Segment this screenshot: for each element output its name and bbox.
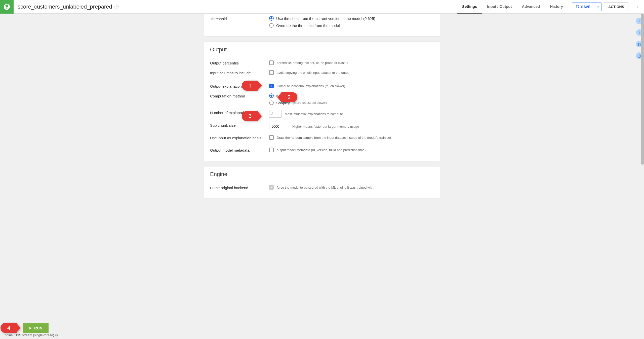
use-input-basis-help: Draw the random sample from the input da… <box>277 136 391 140</box>
computation-ice-radio[interactable]: ICE <box>269 93 283 98</box>
refresh-icon[interactable]: ↻ <box>114 5 119 9</box>
scrollbar[interactable] <box>641 14 644 165</box>
engine-title: Engine <box>210 171 434 178</box>
output-percentile-checkbox[interactable] <box>269 60 274 65</box>
sub-chunk-label: Sub chunk size <box>210 123 269 127</box>
use-input-basis-label: Use input as explanation basis <box>210 135 269 140</box>
computation-shapley-radio[interactable]: Shapley <box>269 100 290 105</box>
input-columns-checkbox[interactable] <box>269 70 274 75</box>
force-backend-checkbox <box>269 185 274 190</box>
num-explanations-label: Number of explanations <box>210 110 269 115</box>
engine-panel: Engine Force original backend force the … <box>204 166 440 199</box>
output-panel: Output Output percentile percentile, amo… <box>204 42 440 161</box>
threshold-use-radio[interactable]: Use threshold from the current version o… <box>269 16 434 21</box>
output-percentile-help: percentile, among test set, of the proba… <box>277 61 348 65</box>
input-columns-label: Input columns to include <box>210 70 269 75</box>
output-explanations-help: Compute individual explanations (much sl… <box>277 84 345 88</box>
computation-method-label: Computation method <box>210 93 269 98</box>
trophy-icon <box>0 0 14 14</box>
num-explanations-input[interactable] <box>269 110 282 118</box>
tab-input-output[interactable]: Input / Output <box>482 0 517 14</box>
output-metadata-label: Output model metadata <box>210 148 269 152</box>
threshold-label: Threshold <box>210 16 269 21</box>
page-title: score_customers_unlabeled_prepared ↻ <box>14 4 123 10</box>
threshold-override-radio[interactable]: Override the threshold from the model <box>269 23 434 28</box>
output-explanations-checkbox[interactable] <box>269 84 274 88</box>
force-backend-label: Force original backend <box>210 185 269 190</box>
actions-button[interactable]: ACTIONS <box>604 3 628 11</box>
back-arrow-icon[interactable]: ← <box>632 4 644 10</box>
tab-settings[interactable]: Settings <box>457 0 482 14</box>
force-backend-help: force the model to be scored with the ML… <box>277 186 374 189</box>
num-explanations-help: Most influential explanations to compute <box>285 112 343 116</box>
output-percentile-label: Output percentile <box>210 60 269 65</box>
save-button[interactable]: SAVE <box>572 3 594 11</box>
tabs: Settings Input / Output Advanced History <box>457 0 568 14</box>
tab-history[interactable]: History <box>545 0 568 14</box>
save-button-group: SAVE <box>572 3 601 11</box>
output-metadata-checkbox[interactable] <box>269 148 274 152</box>
threshold-panel: Threshold Use threshold from the current… <box>204 14 440 37</box>
input-columns-help: avoid copying the whole input dataset to… <box>277 71 350 75</box>
output-metadata-help: output model metadata (Id, version, full… <box>277 148 366 152</box>
shapley-help: (more robust but slower) <box>293 101 327 105</box>
tab-advanced[interactable]: Advanced <box>517 0 545 14</box>
use-input-basis-checkbox[interactable] <box>269 135 274 140</box>
sub-chunk-input[interactable] <box>269 123 289 130</box>
output-title: Output <box>210 46 434 53</box>
topbar: score_customers_unlabeled_prepared ↻ Set… <box>0 0 644 14</box>
save-dropdown[interactable] <box>594 3 601 11</box>
output-explanations-label: Output explanations <box>210 84 269 88</box>
sub-chunk-help: Higher means faster but larger memory us… <box>292 125 359 128</box>
